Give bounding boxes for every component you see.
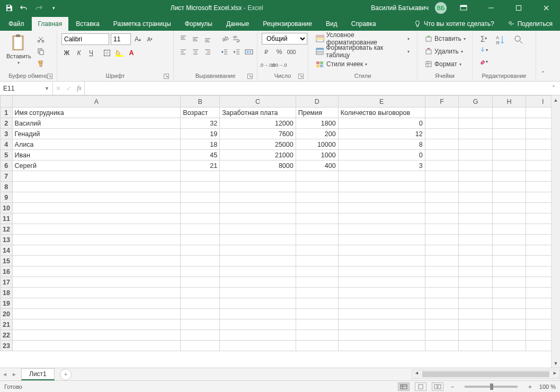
row-header[interactable]: 16 xyxy=(1,266,13,277)
cell-D15[interactable] xyxy=(296,256,338,266)
conditional-formatting-button[interactable]: Условное форматирование▾ xyxy=(313,33,413,44)
horizontal-scrollbar[interactable]: ◄ ► xyxy=(412,370,560,379)
row-header[interactable]: 9 xyxy=(1,192,13,203)
format-as-table-button[interactable]: Форматировать как таблицу▾ xyxy=(313,46,413,57)
tab-данные[interactable]: Данные xyxy=(220,17,255,31)
cell-A5[interactable]: Иван xyxy=(12,150,181,161)
cell-C5[interactable]: 21000 xyxy=(220,150,296,161)
cell-A14[interactable] xyxy=(12,245,181,256)
cell-D7[interactable] xyxy=(296,171,338,182)
cell-C8[interactable] xyxy=(220,182,296,192)
cell-G2[interactable] xyxy=(459,118,493,129)
cell-D13[interactable] xyxy=(296,235,338,245)
cell-A23[interactable] xyxy=(12,341,181,351)
cell-H20[interactable] xyxy=(492,309,526,319)
row-header[interactable]: 15 xyxy=(1,256,13,266)
cell-B4[interactable]: 18 xyxy=(181,139,220,150)
cell-E19[interactable] xyxy=(338,298,425,309)
cell-B5[interactable]: 45 xyxy=(181,150,220,161)
cell-H4[interactable] xyxy=(492,139,526,150)
cell-A8[interactable] xyxy=(12,182,181,192)
cell-D22[interactable] xyxy=(296,330,338,341)
dialog-launcher-icon[interactable]: ↘ xyxy=(47,74,52,79)
cell-E20[interactable] xyxy=(338,309,425,319)
merge-center-icon[interactable] xyxy=(244,47,254,57)
align-middle-icon[interactable] xyxy=(190,33,201,44)
cell-G12[interactable] xyxy=(459,224,493,235)
cell-E23[interactable] xyxy=(338,341,425,351)
cell-C14[interactable] xyxy=(220,245,296,256)
cell-G22[interactable] xyxy=(459,330,493,341)
cell-G14[interactable] xyxy=(459,245,493,256)
comma-format-icon[interactable]: 000 xyxy=(286,47,297,57)
cell-D18[interactable] xyxy=(296,288,338,298)
cell-F20[interactable] xyxy=(425,309,459,319)
cell-C1[interactable]: Заработная плата xyxy=(220,108,296,118)
cell-F13[interactable] xyxy=(425,235,459,245)
dialog-launcher-icon[interactable]: ↘ xyxy=(298,74,304,79)
cell-C15[interactable] xyxy=(220,256,296,266)
cell-E14[interactable] xyxy=(338,245,425,256)
cell-H18[interactable] xyxy=(492,288,526,298)
cell-C12[interactable] xyxy=(220,224,296,235)
cell-E4[interactable]: 8 xyxy=(338,139,425,150)
cell-H6[interactable] xyxy=(492,161,526,171)
cell-E5[interactable]: 0 xyxy=(338,150,425,161)
cell-D2[interactable]: 1800 xyxy=(296,118,338,129)
row-header[interactable]: 1 xyxy=(1,108,13,118)
col-header-C[interactable]: C xyxy=(220,96,296,108)
cell-E16[interactable] xyxy=(338,266,425,277)
row-header[interactable]: 11 xyxy=(1,213,13,224)
cell-D17[interactable] xyxy=(296,277,338,288)
cell-F8[interactable] xyxy=(425,182,459,192)
cell-E9[interactable] xyxy=(338,192,425,203)
cell-E15[interactable] xyxy=(338,256,425,266)
cell-B2[interactable]: 32 xyxy=(181,118,220,129)
col-header-B[interactable]: B xyxy=(181,96,220,108)
tab-рецензирование[interactable]: Рецензирование xyxy=(256,17,318,31)
cell-A9[interactable] xyxy=(12,192,181,203)
cell-H13[interactable] xyxy=(492,235,526,245)
tell-me[interactable]: Что вы хотите сделать? xyxy=(409,17,500,31)
cell-C13[interactable] xyxy=(220,235,296,245)
collapse-ribbon-icon[interactable]: ˄ xyxy=(536,31,550,81)
cell-C11[interactable] xyxy=(220,213,296,224)
cell-G4[interactable] xyxy=(459,139,493,150)
cell-A6[interactable]: Серегй xyxy=(12,161,181,171)
cell-E18[interactable] xyxy=(338,288,425,298)
cell-F14[interactable] xyxy=(425,245,459,256)
italic-button[interactable]: К xyxy=(74,48,84,58)
cell-E2[interactable]: 0 xyxy=(338,118,425,129)
col-header-E[interactable]: E xyxy=(338,96,425,108)
cell-C22[interactable] xyxy=(220,330,296,341)
cell-A21[interactable] xyxy=(12,319,181,330)
row-header[interactable]: 19 xyxy=(1,298,13,309)
cell-G9[interactable] xyxy=(459,192,493,203)
cell-F18[interactable] xyxy=(425,288,459,298)
align-left-icon[interactable] xyxy=(178,47,189,57)
spreadsheet-grid[interactable]: ABCDEFGHI1Имя сотрудникаВозрастЗаработна… xyxy=(0,95,560,368)
row-header[interactable]: 10 xyxy=(1,203,13,213)
cell-G1[interactable] xyxy=(459,108,493,118)
format-painter-icon[interactable] xyxy=(35,58,46,69)
cell-A7[interactable] xyxy=(12,171,181,182)
cell-B17[interactable] xyxy=(181,277,220,288)
cell-B11[interactable] xyxy=(181,213,220,224)
cell-B16[interactable] xyxy=(181,266,220,277)
cell-C10[interactable] xyxy=(220,203,296,213)
cell-D4[interactable]: 10000 xyxy=(296,139,338,150)
delete-cells-button[interactable]: Удалить▾ xyxy=(422,46,466,57)
cell-C21[interactable] xyxy=(220,319,296,330)
cell-H7[interactable] xyxy=(492,171,526,182)
fill-color-icon[interactable] xyxy=(114,48,125,58)
align-top-icon[interactable] xyxy=(178,33,189,44)
zoom-slider[interactable] xyxy=(465,386,518,388)
cell-D12[interactable] xyxy=(296,224,338,235)
col-header-D[interactable]: D xyxy=(296,96,338,108)
cell-E6[interactable]: 3 xyxy=(338,161,425,171)
page-layout-view-icon[interactable] xyxy=(415,382,426,391)
cell-H9[interactable] xyxy=(492,192,526,203)
cell-H3[interactable] xyxy=(492,129,526,139)
sheet-tab[interactable]: Лист1 xyxy=(21,368,55,380)
cell-E12[interactable] xyxy=(338,224,425,235)
